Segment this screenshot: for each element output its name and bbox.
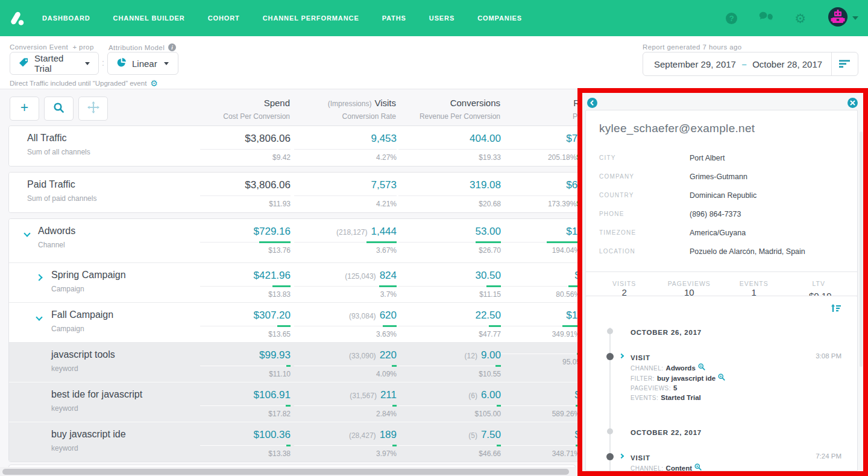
field-label: COUNTRY xyxy=(599,192,690,198)
row-name-cell: Paid Traffic Sum of paid channels xyxy=(9,179,200,203)
reorder-button[interactable] xyxy=(78,97,108,121)
visits-cell: (31,567)211 2.84% xyxy=(294,389,397,418)
row-type: Sum of paid channels xyxy=(27,194,200,203)
expand-chevron-icon[interactable] xyxy=(36,314,42,320)
user-field-row: CITY Port Albert xyxy=(599,148,844,167)
visits-cell: 7,573 4.21% xyxy=(294,179,397,208)
contribution-bar xyxy=(286,445,291,446)
divider xyxy=(294,405,397,407)
divider xyxy=(501,286,580,287)
expand-chevron-icon[interactable] xyxy=(619,454,624,459)
spend-cell: $307.20 $13.65 xyxy=(200,309,291,338)
field-value: Pozuelo de Alarcón, Madrid, Spain xyxy=(690,247,805,256)
nav-item[interactable]: CHANNEL PERFORMANCE xyxy=(263,14,359,22)
add-channel-button[interactable]: + xyxy=(10,97,39,121)
attribution-model-dropdown[interactable]: Linear xyxy=(107,52,178,75)
timeline-date-dot xyxy=(607,328,613,334)
visit-detail-line: CHANNEL: Content xyxy=(631,463,857,471)
row-name-cell: Spring Campaign Campaign xyxy=(9,270,200,293)
column-header-conversions[interactable]: Conversions Revenue Per Conversion xyxy=(398,98,500,121)
expand-chevron-icon[interactable] xyxy=(24,230,30,236)
close-button[interactable] xyxy=(848,98,858,108)
timeline-visit: VISIT 3:08 PM CHANNEL: Adwords FILTER: b… xyxy=(586,352,857,402)
user-detail-panel: kylee_schaefer@example.net CITY Port Alb… xyxy=(577,88,868,476)
column-header-visits[interactable]: (Impressions)Visits Conversion Rate xyxy=(294,98,396,121)
field-value: Port Albert xyxy=(690,154,725,162)
expand-chevron-icon[interactable] xyxy=(36,274,42,281)
conversions-cell: 22.50 $47.77 xyxy=(398,309,501,338)
zoom-in-icon[interactable] xyxy=(718,373,725,383)
chevron-down-icon xyxy=(164,62,169,65)
revenue-cell: 95.05 xyxy=(501,349,580,366)
contribution-bar xyxy=(476,241,501,243)
search-button[interactable] xyxy=(44,97,74,121)
help-icon[interactable]: ? xyxy=(726,13,737,24)
zoom-in-icon[interactable] xyxy=(694,463,702,471)
chat-icon[interactable] xyxy=(759,11,773,25)
user-email[interactable]: kylee_schaefer@example.net xyxy=(586,110,857,140)
contribution-bar xyxy=(497,445,501,446)
row-type: Campaign xyxy=(51,285,200,293)
row-title: javascript tools xyxy=(51,349,200,360)
nav-item[interactable]: DASHBOARD xyxy=(42,14,90,22)
row-type: Channel xyxy=(38,241,200,249)
conversions-cell: (5)7.50 $46.66 xyxy=(398,429,501,458)
move-arrows-icon xyxy=(87,101,99,116)
separator: : xyxy=(102,58,104,68)
row-title: Fall Campaign xyxy=(51,309,200,320)
horizontal-scrollbar-thumb[interactable] xyxy=(2,469,569,475)
report-generated-label: Report generated 7 hours ago xyxy=(643,43,742,51)
field-value: Grimes-Gutmann xyxy=(690,173,747,181)
chevron-down-icon xyxy=(85,62,90,65)
contribution-bar xyxy=(259,241,291,243)
contribution-bar xyxy=(392,445,397,446)
revenue-cell: $1, 349.91% xyxy=(501,309,580,338)
divider xyxy=(398,242,501,243)
nav-item[interactable]: PATHS xyxy=(382,14,406,22)
search-icon xyxy=(53,102,64,116)
contribution-bar xyxy=(392,365,397,367)
nav-right-icons: ? ⚙ xyxy=(726,7,868,30)
attribution-logo-icon[interactable] xyxy=(8,9,27,27)
divider xyxy=(200,286,291,287)
divider xyxy=(294,326,397,327)
row-type: keyword xyxy=(51,364,200,373)
divider xyxy=(294,445,397,446)
expand-chevron-icon[interactable] xyxy=(619,354,624,358)
note-settings-gear-icon[interactable]: ⚙ xyxy=(150,78,158,88)
column-header-spend[interactable]: Spend Cost Per Conversion xyxy=(200,98,290,121)
nav-item[interactable]: COMPANIES xyxy=(477,14,522,22)
divider xyxy=(200,445,291,446)
conversions-cell: (6)6.00 $105.00 xyxy=(398,389,501,418)
column-header-revenue[interactable]: R Pr xyxy=(500,98,580,121)
contribution-bar xyxy=(495,365,501,367)
zoom-in-icon[interactable] xyxy=(698,363,705,373)
divider xyxy=(398,366,501,367)
info-icon[interactable]: i xyxy=(168,43,176,51)
back-button[interactable] xyxy=(587,98,597,108)
date-range-picker[interactable]: September 29, 2017 – October 28, 2017 xyxy=(643,52,858,76)
settings-gear-icon[interactable]: ⚙ xyxy=(794,12,806,25)
divider xyxy=(398,286,501,287)
divider xyxy=(501,242,580,243)
field-value: America/Guyana xyxy=(690,229,746,237)
contribution-bar xyxy=(379,285,397,287)
user-menu[interactable] xyxy=(828,7,858,30)
panel-scrollbar-thumb[interactable] xyxy=(860,132,863,367)
nav-item[interactable]: USERS xyxy=(429,14,454,22)
date-filter-icon[interactable] xyxy=(831,52,858,75)
contribution-bar xyxy=(547,241,580,243)
conversions-cell: 53.00 $26.70 xyxy=(398,226,501,255)
divider xyxy=(200,405,291,407)
divider xyxy=(294,242,397,243)
plus-icon: + xyxy=(20,101,28,115)
conversion-event-dropdown[interactable]: Started Trial xyxy=(10,52,99,75)
nav-item[interactable]: CHANNEL BUILDER xyxy=(113,14,185,22)
nav-item[interactable]: COHORT xyxy=(208,14,240,22)
visit-detail-line: CHANNEL: Adwords xyxy=(631,363,857,373)
row-name-cell: Fall Campaign Campaign xyxy=(9,309,200,333)
divider xyxy=(294,195,397,197)
field-value: Dominican Republic xyxy=(690,191,756,200)
row-name-cell: All Traffic Sum of all channels xyxy=(9,133,200,156)
add-prop-link[interactable]: + prop xyxy=(72,43,93,51)
